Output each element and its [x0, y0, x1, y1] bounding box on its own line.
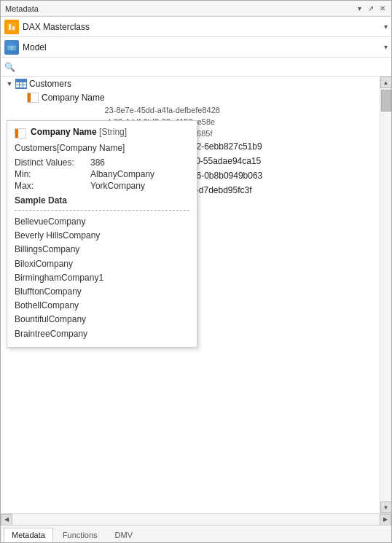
- scroll-down-button[interactable]: ▼: [380, 501, 392, 513]
- tooltip-divider: [15, 210, 189, 211]
- horizontal-scrollbar[interactable]: ◀ ▶: [1, 513, 391, 525]
- sample-item-0: BellevueCompany: [15, 215, 189, 229]
- customers-label: Customers: [29, 79, 71, 89]
- sample-item-7: BountifulCompany: [15, 313, 189, 327]
- model-dropdown-arrow: ▾: [384, 43, 388, 51]
- title-bar: Metadata ▾ ↗ ✕: [1, 1, 391, 17]
- svg-rect-0: [7, 23, 16, 31]
- dax-masterclass-label: DAX Masterclass: [23, 22, 384, 32]
- partial-row-1: 23-8e7e-45dd-a4fa-defbefe8428: [1, 104, 380, 116]
- customers-icon-container: [15, 79, 27, 89]
- tree-area: ▼ Customers: [1, 77, 380, 513]
- model-icon: [4, 40, 19, 55]
- search-row: 🔍: [1, 58, 391, 77]
- scroll-thumb[interactable]: [381, 90, 391, 112]
- min-val: AlbanyCompany: [90, 169, 154, 179]
- tooltip-title: Company Name [String]: [31, 127, 127, 137]
- sample-item-1: Beverly HillsCompany: [15, 229, 189, 243]
- svg-rect-2: [12, 26, 15, 30]
- customers-table-icon: [15, 79, 27, 89]
- dax-icon: [4, 20, 19, 34]
- max-val: YorkCompany: [90, 181, 145, 191]
- company-name-field-icon: [27, 93, 39, 103]
- search-input[interactable]: [18, 62, 388, 72]
- min-label: Min:: [15, 169, 87, 179]
- tooltip-max-row: Max: YorkCompany: [15, 181, 189, 191]
- scroll-up-button[interactable]: ▲: [380, 77, 392, 88]
- sample-item-2: BillingsCompany: [15, 243, 189, 257]
- tooltip-ref: Customers[Company Name]: [15, 143, 189, 153]
- tooltip-field-icon: [15, 128, 26, 138]
- dax-dropdown-arrow: ▾: [384, 23, 388, 31]
- company-name-label: Company Name: [42, 93, 105, 103]
- field-tooltip: Company Name [String] Customers[Company …: [7, 120, 197, 348]
- svg-rect-1: [9, 24, 11, 30]
- pin-button[interactable]: ▾: [355, 4, 364, 13]
- search-icon: 🔍: [4, 62, 15, 72]
- cursor-indicator: [106, 93, 115, 103]
- tab-functions[interactable]: Functions: [55, 528, 106, 542]
- company-name-tree-item[interactable]: Company Name: [1, 91, 380, 104]
- sample-data-list: BellevueCompany Beverly HillsCompany Bil…: [15, 215, 189, 341]
- metadata-window: Metadata ▾ ↗ ✕ DAX Masterclass ▾: [0, 0, 392, 543]
- h-scroll-left-button[interactable]: ◀: [1, 514, 12, 526]
- customers-tree-item[interactable]: ▼ Customers: [1, 77, 380, 91]
- tooltip-min-row: Min: AlbanyCompany: [15, 169, 189, 179]
- sample-item-3: BiloxiCompany: [15, 257, 189, 271]
- tab-metadata[interactable]: Metadata: [4, 528, 53, 542]
- tab-dmv[interactable]: DMV: [107, 528, 141, 542]
- tab-bar: Metadata Functions DMV: [1, 525, 391, 542]
- main-content: ▼ Customers: [1, 77, 391, 513]
- customers-expand[interactable]: ▼: [4, 78, 15, 90]
- title-bar-controls: ▾ ↗ ✕: [355, 4, 387, 13]
- tooltip-type: [String]: [99, 127, 127, 137]
- sample-data-section: Sample Data: [15, 195, 189, 206]
- h-scroll-right-button[interactable]: ▶: [380, 514, 391, 526]
- float-button[interactable]: ↗: [366, 4, 375, 13]
- model-dropdown[interactable]: Model ▾: [1, 37, 391, 58]
- model-label: Model: [23, 42, 384, 52]
- h-scroll-track[interactable]: [12, 514, 380, 526]
- scroll-track[interactable]: [380, 88, 391, 501]
- close-button[interactable]: ✕: [378, 4, 387, 13]
- sample-item-4: BirminghamCompany1: [15, 271, 189, 285]
- dax-masterclass-dropdown[interactable]: DAX Masterclass ▾: [1, 17, 391, 37]
- sample-item-5: BlufftonCompany: [15, 285, 189, 299]
- distinct-val: 386: [90, 157, 105, 168]
- vertical-scrollbar[interactable]: ▲ ▼: [380, 77, 391, 513]
- max-label: Max:: [15, 181, 87, 191]
- distinct-label: Distinct Values:: [15, 157, 87, 168]
- sample-item-6: BothellCompany: [15, 299, 189, 313]
- sample-item-8: BraintreeCompany: [15, 327, 189, 341]
- tooltip-distinct-row: Distinct Values: 386: [15, 157, 189, 168]
- window-title: Metadata: [5, 4, 39, 13]
